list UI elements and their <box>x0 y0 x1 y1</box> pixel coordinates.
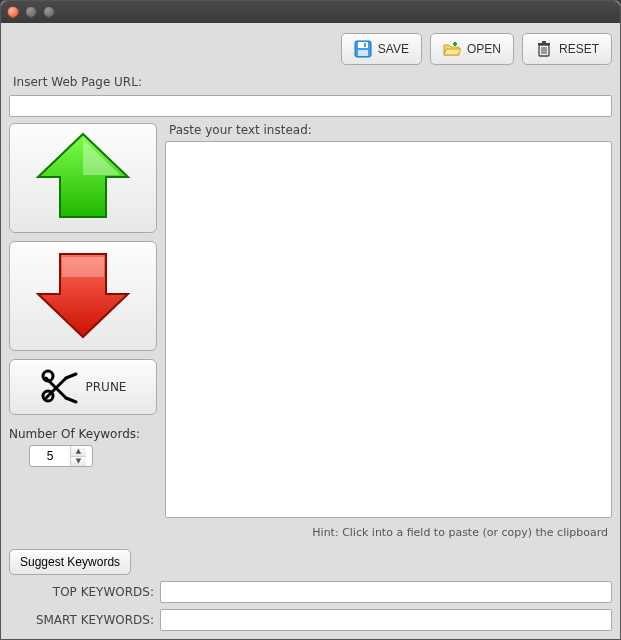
app-window: SAVE OPEN <box>0 0 621 640</box>
reset-label: RESET <box>559 42 599 56</box>
svg-rect-5 <box>538 43 550 45</box>
keywords-count-spinner[interactable]: ▲ ▼ <box>29 445 93 467</box>
save-button[interactable]: SAVE <box>341 33 422 65</box>
top-keywords-row: TOP KEYWORDS: <box>9 581 612 603</box>
window-minimize-button[interactable] <box>25 6 37 18</box>
reset-button[interactable]: RESET <box>522 33 612 65</box>
open-label: OPEN <box>467 42 501 56</box>
svg-rect-1 <box>358 42 368 48</box>
right-column: Paste your text instead: Hint: Click int… <box>165 123 612 541</box>
suggest-keywords-button[interactable]: Suggest Keywords <box>9 549 131 575</box>
top-keywords-label: TOP KEYWORDS: <box>9 585 154 599</box>
save-icon <box>354 40 372 58</box>
svg-rect-6 <box>542 41 546 43</box>
top-keywords-input[interactable] <box>160 581 612 603</box>
svg-rect-2 <box>358 50 368 56</box>
prune-label: PRUNE <box>86 380 127 394</box>
down-arrow-button[interactable] <box>9 241 157 351</box>
url-input[interactable] <box>9 95 612 117</box>
smart-keywords-label: SMART KEYWORDS: <box>9 613 154 627</box>
content-area: SAVE OPEN <box>1 23 620 639</box>
trash-icon <box>535 40 553 58</box>
svg-point-10 <box>43 371 53 381</box>
spinner-buttons: ▲ ▼ <box>70 446 86 466</box>
smart-keywords-input[interactable] <box>160 609 612 631</box>
hint-text: Hint: Click into a field to paste (or co… <box>165 522 612 541</box>
keywords-count-input[interactable] <box>30 446 70 466</box>
spinner-down-button[interactable]: ▼ <box>71 457 86 467</box>
paste-textarea[interactable] <box>165 141 612 518</box>
prune-button[interactable]: PRUNE <box>9 359 157 415</box>
spinner-up-button[interactable]: ▲ <box>71 446 86 457</box>
toolbar: SAVE OPEN <box>9 31 612 69</box>
save-label: SAVE <box>378 42 409 56</box>
bottom-section: Suggest Keywords TOP KEYWORDS: SMART KEY… <box>9 547 612 631</box>
titlebar <box>1 1 620 23</box>
middle-section: PRUNE Number Of Keywords: ▲ ▼ Paste your… <box>9 123 612 541</box>
svg-rect-3 <box>364 43 366 47</box>
open-button[interactable]: OPEN <box>430 33 514 65</box>
keywords-count-label: Number Of Keywords: <box>9 427 157 441</box>
up-arrow-button[interactable] <box>9 123 157 233</box>
url-label: Insert Web Page URL: <box>9 75 612 89</box>
left-column: PRUNE Number Of Keywords: ▲ ▼ <box>9 123 157 541</box>
paste-label: Paste your text instead: <box>165 123 612 137</box>
window-maximize-button[interactable] <box>43 6 55 18</box>
keywords-count-section: Number Of Keywords: ▲ ▼ <box>9 423 157 467</box>
window-close-button[interactable] <box>7 6 19 18</box>
open-folder-icon <box>443 40 461 58</box>
smart-keywords-row: SMART KEYWORDS: <box>9 609 612 631</box>
scissors-icon <box>40 366 80 409</box>
arrow-up-icon <box>28 129 138 227</box>
arrow-down-icon <box>28 247 138 345</box>
